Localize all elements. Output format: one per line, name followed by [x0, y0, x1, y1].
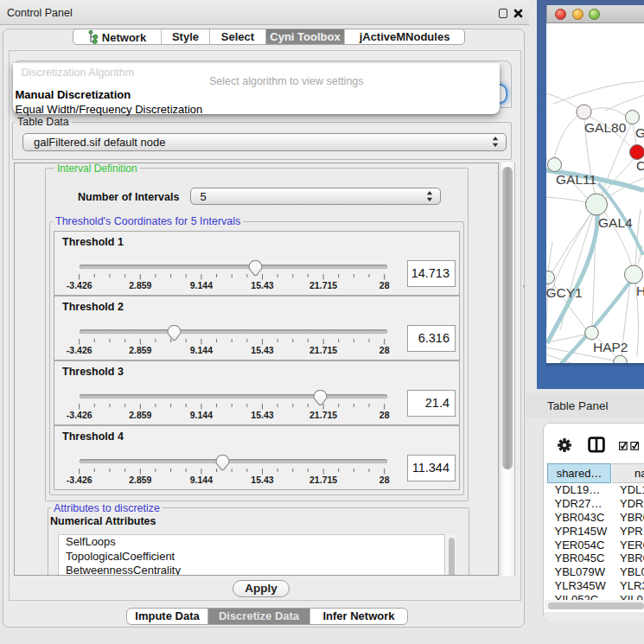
- svg-text:GAL4: GAL4: [598, 215, 633, 230]
- svg-text:GA: GA: [635, 125, 644, 140]
- svg-text:HAP2: HAP2: [593, 340, 628, 354]
- svg-text:C: C: [636, 158, 644, 173]
- svg-text:H: H: [636, 284, 644, 298]
- svg-text:GAL11: GAL11: [556, 172, 596, 187]
- svg-text:GCY1: GCY1: [546, 285, 583, 300]
- svg-text:GAL80: GAL80: [584, 120, 627, 135]
